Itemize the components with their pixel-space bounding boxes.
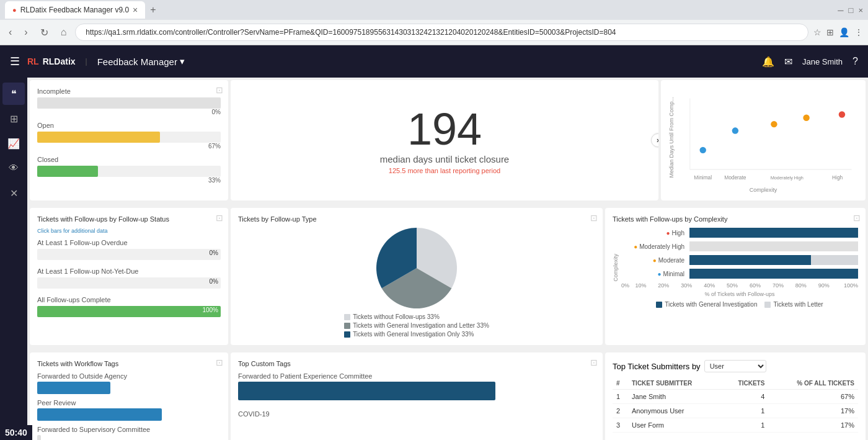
legend-item-2: Tickets with General Investigation and L… xyxy=(344,322,489,329)
workflow-fill-2 xyxy=(37,408,162,421)
x-axis-label: % of Tickets with Follow-ups xyxy=(621,291,858,297)
minimize-btn[interactable]: ─ xyxy=(838,6,843,15)
row-1: ⊡ Incomplete 0% Open 67% xyxy=(27,78,868,203)
x-100: 100% xyxy=(835,282,858,289)
bar-fill-high xyxy=(689,228,858,238)
workflow-fill-3 xyxy=(37,435,41,440)
complete-bar xyxy=(37,306,221,317)
refresh-button[interactable]: ↻ xyxy=(37,24,52,41)
header-right: 🔔 ✉ Jane Smith ? xyxy=(762,56,858,68)
menu-button[interactable]: ⋮ xyxy=(854,27,863,37)
close-btn[interactable]: × xyxy=(858,6,863,15)
sidebar: ❝ ⊞ 📈 👁 ✕ xyxy=(0,78,27,440)
workflow-label-1: Forwarded to Outside Agency xyxy=(37,372,221,380)
profile-button[interactable]: 👤 xyxy=(839,27,849,37)
new-tab-button[interactable]: + xyxy=(148,2,158,18)
follow-type-card-icon[interactable]: ⊡ xyxy=(590,213,598,223)
workflow-label-2: Peer Review xyxy=(37,399,221,406)
svg-text:Moderate: Moderate xyxy=(724,174,746,181)
closed-item: Closed 33% xyxy=(37,156,221,184)
next-arrow[interactable]: › xyxy=(651,133,658,147)
bar-row-moderate: ●Moderate xyxy=(621,255,858,265)
notyet-label: At Least 1 Follow-up Not-Yet-Due xyxy=(37,267,221,275)
follow-status-card-icon[interactable]: ⊡ xyxy=(216,213,223,223)
closed-bar xyxy=(37,166,98,177)
incomplete-bar-container xyxy=(37,97,221,109)
svg-text:Moderately High: Moderately High xyxy=(771,175,804,181)
custom-label-1: Forwarded to Patient Experience Committe… xyxy=(238,372,595,380)
overdue-label: At Least 1 Follow-up Overdue xyxy=(37,239,221,246)
scatter-dot-3 xyxy=(771,121,777,127)
legend-label-2: Tickets with General Investigation and L… xyxy=(353,322,489,329)
tab-close-btn[interactable]: × xyxy=(133,5,138,15)
eye-icon: 👁 xyxy=(9,163,19,174)
complex-legend-2: Tickets with Letter xyxy=(764,301,823,308)
app-title[interactable]: Feedback Manager ▾ xyxy=(97,56,185,67)
custom-tags-title: Top Custom Tags xyxy=(238,360,595,367)
name-2: Anonymous User xyxy=(628,404,722,418)
restore-btn[interactable]: □ xyxy=(849,6,854,15)
complex-dot-1 xyxy=(656,302,662,308)
median-number: 194 xyxy=(407,107,482,151)
workflow-card-icon[interactable]: ⊡ xyxy=(216,357,223,367)
content-area: ⊡ Incomplete 0% Open 67% xyxy=(27,78,868,440)
workflow-card: ⊡ Tickets with Workflow Tags Forwarded t… xyxy=(30,352,228,440)
status-card-icon[interactable]: ⊡ xyxy=(216,85,223,95)
x-60: 60% xyxy=(744,282,767,289)
help-icon[interactable]: ? xyxy=(852,56,858,67)
table-row-1: 1 Jane Smith 4 67% xyxy=(613,390,858,404)
home-button[interactable]: ⌂ xyxy=(57,24,71,40)
sidebar-item-eye[interactable]: 👁 xyxy=(2,157,25,179)
sidebar-item-grid[interactable]: ⊞ xyxy=(2,107,25,130)
submitters-dropdown[interactable]: User Department Location xyxy=(704,360,766,372)
extensions-button[interactable]: ⊞ xyxy=(826,27,834,37)
user-name: Jane Smith xyxy=(802,57,843,66)
messages-icon[interactable]: ✉ xyxy=(784,56,792,68)
custom-tags-card-icon[interactable]: ⊡ xyxy=(590,357,598,367)
workflow-bar-3: Forwarded to Supervisory Committee xyxy=(37,426,221,440)
scatter-plot: Minimal Moderate Moderately High High xyxy=(677,88,858,187)
sidebar-item-chart[interactable]: 📈 xyxy=(2,132,25,155)
click-note[interactable]: Click bars for additional data xyxy=(37,228,221,234)
legend-dot-2 xyxy=(344,323,350,329)
open-label: Open xyxy=(37,122,221,129)
follow-status-card: ⊡ Tickets with Follow-ups by Follow-up S… xyxy=(30,208,228,345)
table-header-row: # TICKET SUBMITTER TICKETS % OF ALL TICK… xyxy=(613,377,858,390)
header-divider: | xyxy=(86,57,87,66)
x-0: 0% xyxy=(621,282,629,289)
custom-tags-card: ⊡ Top Custom Tags Forwarded to Patient E… xyxy=(231,352,603,440)
notifications-icon[interactable]: 🔔 xyxy=(762,56,774,68)
bar-track-high xyxy=(689,228,858,238)
follow-type-card: ⊡ Tickets by Follow-up Type Tick xyxy=(231,208,603,345)
complete-bar-container: 100% xyxy=(37,306,221,317)
col-submitter: TICKET SUBMITTER xyxy=(628,377,722,390)
scatter-y-label: Median Days Until From Comp... xyxy=(668,97,675,178)
forward-button[interactable]: › xyxy=(20,24,31,40)
bar-row-high: ●High xyxy=(621,228,858,238)
url-bar[interactable] xyxy=(75,24,808,41)
workflow-bar-2: Peer Review xyxy=(37,399,221,421)
scatter-dot-2 xyxy=(732,127,738,133)
hamburger-menu[interactable]: ☰ xyxy=(10,55,20,68)
name-3: User Form xyxy=(628,418,722,433)
bar-fill-moderate-1 xyxy=(689,255,811,265)
overdue-bar-container: 0% xyxy=(37,249,221,260)
back-button[interactable]: ‹ xyxy=(5,24,16,40)
star-button[interactable]: ☆ xyxy=(813,27,822,37)
follow-complex-card-icon[interactable]: ⊡ xyxy=(853,213,861,223)
pie-container: Tickets without Follow-ups 33% Tickets w… xyxy=(238,228,595,338)
overdue-pct: 0% xyxy=(210,249,218,256)
browser-actions: ☆ ⊞ 👤 ⋮ xyxy=(813,27,863,37)
sidebar-item-tools[interactable]: ✕ xyxy=(2,182,25,204)
active-tab[interactable]: ● RLDatix Feedback Manager v9.0 × xyxy=(5,1,145,19)
name-1: Jane Smith xyxy=(628,390,722,404)
open-bar-container xyxy=(37,132,221,143)
legend-dot-3 xyxy=(344,331,350,338)
notyet-bar-container: 0% xyxy=(37,277,221,289)
bar-label-high: ●High xyxy=(621,230,689,236)
tickets-1: 4 xyxy=(722,390,769,404)
bar-row-minimal: ●Minimal xyxy=(621,269,858,279)
logo-r: RL xyxy=(27,56,39,66)
sidebar-item-quotes[interactable]: ❝ xyxy=(2,83,25,105)
tickets-3: 1 xyxy=(722,418,769,433)
